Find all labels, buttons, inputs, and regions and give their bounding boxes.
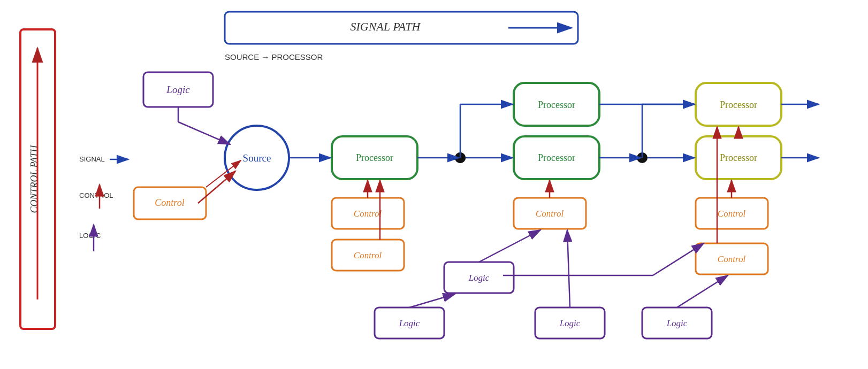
control-box-left-label: Control xyxy=(155,197,184,208)
logic-proc3-up xyxy=(677,275,728,308)
logic-proc3-label: Logic xyxy=(666,318,688,328)
logic-mid-to-ctrl-mid xyxy=(479,230,540,262)
signal-legend-label: SIGNAL xyxy=(79,155,105,163)
processor-main-label: Processor xyxy=(356,152,393,163)
logic-bot-right-label: Logic xyxy=(559,318,581,328)
processor-right-bot-label: Processor xyxy=(720,152,757,163)
source-processor-label: SOURCE → PROCESSOR xyxy=(225,52,323,62)
logic-bot-left-label: Logic xyxy=(399,318,420,328)
control-legend-label: CONTROL xyxy=(79,191,113,199)
control-right-top-label: Control xyxy=(718,209,746,219)
processor-right-top-label: Processor xyxy=(720,99,757,110)
logic-box-top-label: Logic xyxy=(166,84,190,95)
diagram-container: CONTROL PATH SIGNAL PATH SOURCE → PROCES… xyxy=(0,0,868,369)
logic-top-to-source xyxy=(178,122,230,144)
signal-path-label: SIGNAL PATH xyxy=(350,20,421,33)
control-right-bot-label: Control xyxy=(718,254,746,264)
logic-bot-left-up xyxy=(409,294,455,308)
control-mid-bot-label: Control xyxy=(536,209,564,219)
logic-bot-right-up xyxy=(567,230,570,308)
logic-mid-label: Logic xyxy=(468,273,490,283)
processor-mid-bot-label: Processor xyxy=(538,152,575,163)
control-proc-main-bot-label: Control xyxy=(354,250,382,260)
source-label: Source xyxy=(243,152,271,164)
processor-mid-top-label: Processor xyxy=(538,99,575,110)
control-proc-main-top-label: Control xyxy=(354,209,382,219)
logic-legend-label: LOGIC xyxy=(79,232,101,240)
